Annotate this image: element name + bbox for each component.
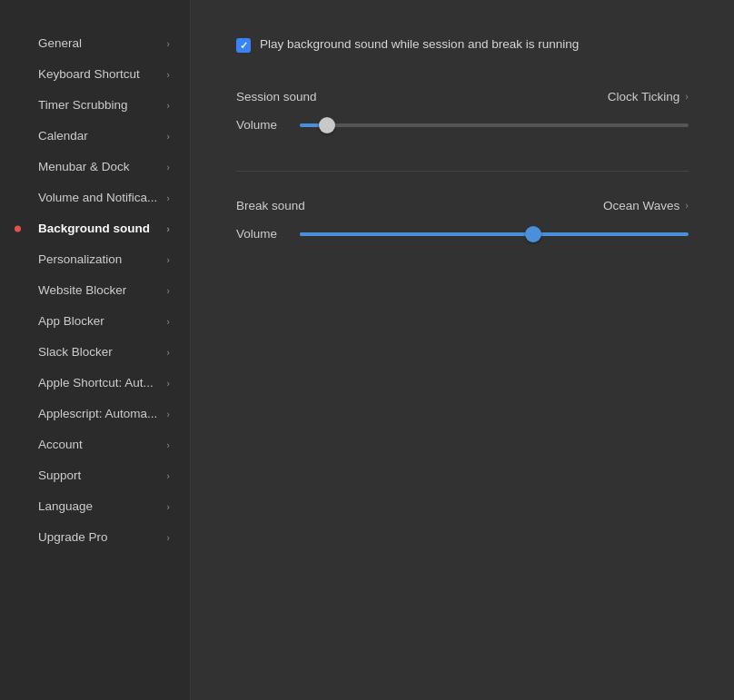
sidebar-item-label-volume-notifications: Volume and Notifica...	[38, 191, 157, 204]
sidebar-item-label-timer-scrubbing: Timer Scrubbing	[38, 98, 128, 112]
sidebar-chevron-language: ›	[166, 501, 170, 512]
break-sound-section: Break sound Ocean Waves › Volume	[236, 199, 689, 243]
break-sound-selector[interactable]: Ocean Waves ›	[603, 199, 689, 212]
sidebar-item-label-upgrade-pro: Upgrade Pro	[38, 530, 108, 544]
sidebar-item-label-apple-shortcut: Apple Shortcut: Aut...	[38, 376, 154, 389]
break-volume-slider[interactable]	[300, 225, 689, 243]
sidebar-item-support[interactable]: Support›	[5, 460, 184, 490]
sidebar-chevron-website-blocker: ›	[166, 285, 170, 296]
sidebar-item-calendar[interactable]: Calendar›	[5, 121, 184, 151]
session-sound-value: Clock Ticking	[608, 90, 680, 104]
sidebar-chevron-timer-scrubbing: ›	[166, 100, 170, 111]
sidebar-item-upgrade-pro[interactable]: Upgrade Pro›	[5, 522, 184, 552]
sidebar-item-label-calendar: Calendar	[38, 129, 88, 143]
play-background-sound-label: Play background sound while session and …	[260, 36, 579, 54]
session-volume-row: Volume	[236, 116, 689, 134]
sidebar-chevron-calendar: ›	[166, 131, 170, 142]
sidebar-item-menubar-dock[interactable]: Menubar & Dock›	[5, 152, 184, 182]
sidebar-item-label-applescript: Applescript: Automa...	[38, 407, 157, 420]
active-dot-background-sound	[15, 225, 21, 232]
sidebar-item-language[interactable]: Language›	[5, 491, 184, 521]
sidebar-chevron-applescript: ›	[166, 409, 170, 419]
sidebar-item-timer-scrubbing[interactable]: Timer Scrubbing›	[5, 90, 184, 120]
sidebar-chevron-menubar-dock: ›	[166, 162, 170, 173]
sidebar-chevron-general: ›	[166, 38, 170, 49]
sidebar-chevron-apple-shortcut: ›	[166, 378, 170, 389]
app-container: General›Keyboard Shortcut›Timer Scrubbin…	[0, 0, 734, 700]
break-sound-label: Break sound	[236, 199, 305, 212]
break-volume-track	[300, 232, 689, 236]
sidebar-chevron-upgrade-pro: ›	[166, 532, 170, 543]
sidebar-item-account[interactable]: Account›	[5, 429, 184, 459]
play-background-sound-checkbox[interactable]	[236, 38, 251, 53]
session-volume-track	[300, 123, 689, 127]
sidebar-chevron-background-sound: ›	[166, 223, 170, 234]
sidebar-chevron-support: ›	[166, 470, 170, 481]
sidebar-item-personalization[interactable]: Personalization›	[5, 244, 184, 274]
session-sound-label: Session sound	[236, 90, 317, 104]
sidebar-item-label-background-sound: Background sound	[38, 222, 150, 235]
sidebar-item-volume-notifications[interactable]: Volume and Notifica...›	[5, 182, 184, 212]
sidebar-item-label-keyboard-shortcut: Keyboard Shortcut	[38, 67, 140, 81]
divider	[236, 171, 689, 172]
session-volume-slider[interactable]	[300, 116, 689, 134]
sidebar-item-applescript[interactable]: Applescript: Automa...›	[5, 399, 184, 429]
break-volume-row: Volume	[236, 225, 689, 243]
sidebar-chevron-volume-notifications: ›	[166, 192, 170, 203]
sidebar-item-website-blocker[interactable]: Website Blocker›	[5, 275, 184, 305]
sidebar-item-general[interactable]: General›	[5, 28, 184, 58]
sidebar-chevron-keyboard-shortcut: ›	[166, 69, 170, 80]
sidebar-item-label-general: General	[38, 36, 82, 50]
session-sound-row: Session sound Clock Ticking ›	[236, 90, 689, 104]
sidebar-chevron-slack-blocker: ›	[166, 347, 170, 358]
session-volume-thumb[interactable]	[319, 117, 335, 133]
sidebar-item-label-slack-blocker: Slack Blocker	[38, 345, 113, 359]
sidebar-chevron-personalization: ›	[166, 254, 170, 265]
main-content: Play background sound while session and …	[191, 0, 734, 700]
sidebar-item-keyboard-shortcut[interactable]: Keyboard Shortcut›	[5, 59, 184, 89]
break-sound-chevron-icon: ›	[685, 200, 689, 211]
session-sound-selector[interactable]: Clock Ticking ›	[608, 90, 689, 104]
session-sound-chevron-icon: ›	[685, 91, 689, 102]
sidebar-item-label-support: Support	[38, 468, 81, 482]
break-volume-label: Volume	[236, 227, 287, 241]
break-sound-value: Ocean Waves	[603, 199, 679, 212]
break-volume-thumb[interactable]	[525, 226, 541, 242]
sidebar-item-app-blocker[interactable]: App Blocker›	[5, 306, 184, 336]
session-sound-section: Session sound Clock Ticking › Volume	[236, 90, 689, 134]
session-volume-fill	[300, 123, 319, 127]
sidebar-item-label-app-blocker: App Blocker	[38, 314, 104, 328]
sidebar-item-label-language: Language	[38, 499, 93, 513]
sidebar-item-apple-shortcut[interactable]: Apple Shortcut: Aut...›	[5, 368, 184, 398]
sidebar: General›Keyboard Shortcut›Timer Scrubbin…	[0, 0, 191, 700]
sidebar-item-background-sound[interactable]: Background sound›	[5, 213, 184, 243]
break-volume-fill	[300, 232, 525, 236]
sidebar-chevron-app-blocker: ›	[166, 316, 170, 327]
sidebar-item-label-menubar-dock: Menubar & Dock	[38, 160, 130, 173]
sidebar-item-label-personalization: Personalization	[38, 252, 122, 266]
break-sound-row: Break sound Ocean Waves ›	[236, 199, 689, 212]
sidebar-item-label-website-blocker: Website Blocker	[38, 283, 126, 297]
session-volume-label: Volume	[236, 118, 287, 132]
play-background-sound-row: Play background sound while session and …	[236, 36, 689, 54]
sidebar-item-label-account: Account	[38, 438, 83, 451]
sidebar-item-slack-blocker[interactable]: Slack Blocker›	[5, 337, 184, 367]
sidebar-chevron-account: ›	[166, 439, 170, 450]
